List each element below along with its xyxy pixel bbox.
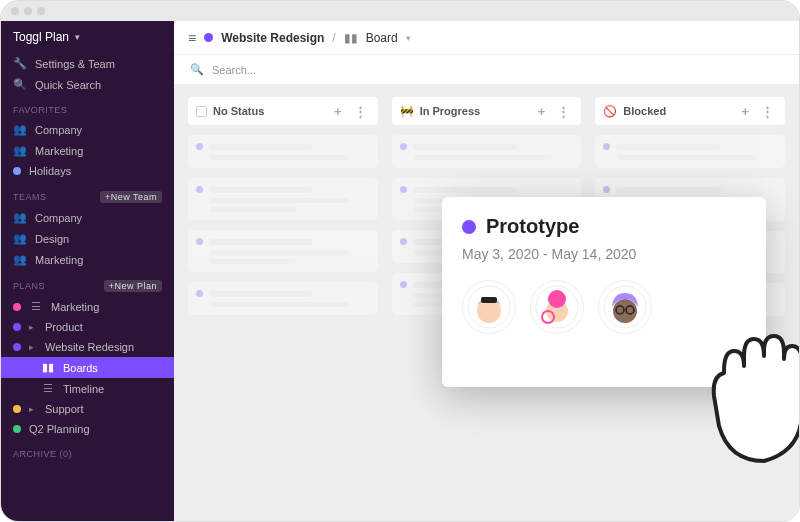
- sidebar-item-label: Product: [45, 321, 83, 333]
- traffic-light[interactable]: [11, 7, 19, 15]
- search-bar[interactable]: 🔍 Search...: [174, 55, 799, 85]
- sidebar: Toggl Plan ▾ 🔧 Settings & Team 🔍 Quick S…: [1, 21, 174, 521]
- chevron-right-icon: ▸: [29, 322, 37, 332]
- sidebar-item-plan-support[interactable]: ▸ Support: [1, 399, 174, 419]
- column-title: No Status: [213, 105, 264, 117]
- sidebar-item-label: Marketing: [35, 254, 83, 266]
- board-card[interactable]: [595, 135, 785, 168]
- favorites-heading: FAVORITES: [1, 95, 174, 119]
- column-title: In Progress: [420, 105, 481, 117]
- sidebar-item-plan-q2-planning[interactable]: Q2 Planning: [1, 419, 174, 439]
- timeline-icon: ☰: [41, 382, 55, 395]
- card-title: Prototype: [486, 215, 579, 238]
- blocked-icon: 🚫: [603, 105, 617, 118]
- board-card[interactable]: [392, 135, 582, 168]
- content-area: ≡ Website Redesign / ▮▮ Board ▾ 🔍 Search…: [174, 21, 799, 521]
- sidebar-item-marketing[interactable]: 👥 Marketing: [1, 140, 174, 161]
- avatar[interactable]: [598, 280, 652, 334]
- sidebar-item-team-company[interactable]: 👥 Company: [1, 207, 174, 228]
- avatar-illustration-icon: [603, 285, 647, 329]
- menu-icon[interactable]: ≡: [188, 30, 196, 46]
- sidebar-item-timeline[interactable]: ☰ Timeline: [1, 378, 174, 399]
- breadcrumb-project[interactable]: Website Redesign: [221, 31, 324, 45]
- sidebar-item-plan-marketing[interactable]: ☰ Marketing: [1, 296, 174, 317]
- quick-search-label: Quick Search: [35, 79, 101, 91]
- board-column-no-status: No Status + ⋮: [188, 97, 378, 509]
- sidebar-item-boards[interactable]: ▮▮ Boards: [1, 357, 174, 378]
- avatar[interactable]: [530, 280, 584, 334]
- sidebar-item-team-design[interactable]: 👥 Design: [1, 228, 174, 249]
- card-date-range: May 3, 2020 - May 14, 2020: [462, 246, 746, 262]
- settings-label: Settings & Team: [35, 58, 115, 70]
- caret-down-icon: ▾: [75, 32, 80, 42]
- sidebar-item-label: Boards: [63, 362, 98, 374]
- app-window: Toggl Plan ▾ 🔧 Settings & Team 🔍 Quick S…: [0, 0, 800, 522]
- window-titlebar: [1, 1, 799, 21]
- add-card-button[interactable]: +: [331, 104, 345, 119]
- traffic-light[interactable]: [37, 7, 45, 15]
- sidebar-item-label: Company: [35, 124, 82, 136]
- sidebar-item-label: Support: [45, 403, 84, 415]
- avatar-illustration-icon: [467, 285, 511, 329]
- new-plan-button[interactable]: +New Plan: [104, 280, 162, 292]
- plan-color-dot: [13, 167, 21, 175]
- sidebar-item-label: Timeline: [63, 383, 104, 395]
- caret-down-icon[interactable]: ▾: [406, 33, 411, 43]
- plan-color-dot: [13, 343, 21, 351]
- app-brand-menu[interactable]: Toggl Plan ▾: [1, 21, 174, 53]
- add-card-button[interactable]: +: [535, 104, 549, 119]
- users-icon: 👥: [13, 144, 27, 157]
- users-icon: 👥: [13, 123, 27, 136]
- new-team-button[interactable]: +New Team: [100, 191, 162, 203]
- sidebar-item-label: Website Redesign: [45, 341, 134, 353]
- svg-rect-2: [481, 297, 497, 303]
- board-icon: ▮▮: [344, 31, 358, 45]
- users-icon: 👥: [13, 253, 27, 266]
- board-icon: ▮▮: [41, 361, 55, 374]
- plan-color-dot: [204, 33, 213, 42]
- plans-heading: PLANS +New Plan: [1, 270, 174, 296]
- board-card[interactable]: [188, 282, 378, 315]
- avatar-illustration-icon: [535, 285, 579, 329]
- construction-icon: 🚧: [400, 105, 414, 118]
- users-icon: 👥: [13, 232, 27, 245]
- plan-color-dot: [13, 425, 21, 433]
- card-assignees: [462, 280, 746, 334]
- column-menu-button[interactable]: ⋮: [554, 104, 573, 119]
- sidebar-item-plan-product[interactable]: ▸ Product: [1, 317, 174, 337]
- plan-color-dot: [13, 405, 21, 413]
- search-placeholder: Search...: [212, 64, 256, 76]
- sidebar-item-company[interactable]: 👥 Company: [1, 119, 174, 140]
- column-header: 🚧 In Progress + ⋮: [392, 97, 582, 125]
- svg-point-5: [548, 290, 566, 308]
- search-icon: 🔍: [13, 78, 27, 91]
- sidebar-item-label: Q2 Planning: [29, 423, 90, 435]
- sidebar-item-label: Marketing: [51, 301, 99, 313]
- sidebar-item-plan-website-redesign[interactable]: ▸ Website Redesign: [1, 337, 174, 357]
- avatar[interactable]: [462, 280, 516, 334]
- wrench-icon: 🔧: [13, 57, 27, 70]
- column-menu-button[interactable]: ⋮: [351, 104, 370, 119]
- chevron-right-icon: ▸: [29, 342, 37, 352]
- breadcrumb-toolbar: ≡ Website Redesign / ▮▮ Board ▾: [174, 21, 799, 55]
- main-layout: Toggl Plan ▾ 🔧 Settings & Team 🔍 Quick S…: [1, 21, 799, 521]
- board-card[interactable]: [188, 135, 378, 168]
- board-card[interactable]: [188, 230, 378, 272]
- card-detail-popover[interactable]: Prototype May 3, 2020 - May 14, 2020: [442, 197, 766, 387]
- column-title: Blocked: [623, 105, 666, 117]
- quick-search-link[interactable]: 🔍 Quick Search: [1, 74, 174, 95]
- breadcrumb-view[interactable]: Board: [366, 31, 398, 45]
- add-card-button[interactable]: +: [738, 104, 752, 119]
- settings-team-link[interactable]: 🔧 Settings & Team: [1, 53, 174, 74]
- sidebar-item-label: Design: [35, 233, 69, 245]
- column-menu-button[interactable]: ⋮: [758, 104, 777, 119]
- board-card[interactable]: [188, 178, 378, 220]
- sidebar-item-holidays[interactable]: Holidays: [1, 161, 174, 181]
- sidebar-item-label: Company: [35, 212, 82, 224]
- plan-color-dot: [13, 323, 21, 331]
- column-header: 🚫 Blocked + ⋮: [595, 97, 785, 125]
- sidebar-item-team-marketing[interactable]: 👥 Marketing: [1, 249, 174, 270]
- traffic-light[interactable]: [24, 7, 32, 15]
- column-header: No Status + ⋮: [188, 97, 378, 125]
- archive-heading[interactable]: ARCHIVE (0): [1, 439, 174, 463]
